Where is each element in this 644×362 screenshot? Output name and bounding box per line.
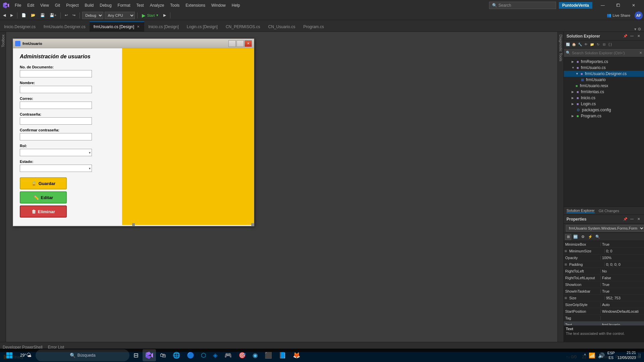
tree-packages[interactable]: ⚙ packages.config <box>564 107 644 113</box>
prop-type-selector[interactable]: frmUsuario System.Windows.Forms.Form <box>566 225 644 232</box>
taskbar-terminal[interactable]: ⬛ <box>262 349 275 361</box>
tree-frmreportes[interactable]: ▶ ■ frmReportes.cs <box>564 59 644 65</box>
form-close-btn[interactable]: ✕ <box>245 40 252 47</box>
prop-value[interactable]: 0; 0 <box>605 249 644 253</box>
taskbar-epic[interactable]: 🎯 <box>236 349 249 361</box>
sync-icon[interactable]: 🔄 <box>565 42 571 47</box>
prop-value[interactable]: True <box>601 289 644 293</box>
taskbar-browser2[interactable]: 🔵 <box>184 349 197 361</box>
menu-project[interactable]: Project <box>63 2 81 9</box>
input-nombre[interactable] <box>20 86 92 93</box>
tab-cn-permisos[interactable]: CN_PERMISOS.cs <box>222 21 264 32</box>
tab-login-design[interactable]: Login.cs [Design] <box>183 21 222 32</box>
tab-close-icon[interactable]: ✕ <box>136 24 140 29</box>
toolbar-redo[interactable]: ↪ <box>71 12 77 18</box>
tab-frmusuario-designer[interactable]: frmUsuario.Designer.cs <box>40 21 90 32</box>
minimize-panel-icon[interactable]: — <box>629 34 635 39</box>
tree-frmusuario-designer[interactable]: ▼ ■ frmUsuario.Designer.cs <box>564 71 644 77</box>
prop-events-icon[interactable]: ⚡ <box>587 234 593 240</box>
debug-config-select[interactable]: Debug <box>82 12 103 19</box>
minimize-button[interactable]: — <box>595 0 610 11</box>
prop-value[interactable]: 100% <box>601 256 644 260</box>
taskbar-vscode[interactable]: ◈ <box>210 349 220 361</box>
solution-search-input[interactable] <box>572 51 638 55</box>
input-contrasena[interactable] <box>20 117 92 125</box>
menu-tools[interactable]: Tools <box>167 2 182 9</box>
diagnostic-tools-label[interactable]: Diagnostic Tools <box>559 35 563 61</box>
prop-categorized-icon[interactable]: ⊞ <box>565 234 571 240</box>
solution-explorer-tab[interactable]: Solution Explorer <box>567 208 595 213</box>
menu-file[interactable]: File <box>12 2 24 9</box>
editar-button[interactable]: ✏️ Editar <box>20 191 67 203</box>
guardar-button[interactable]: 🔒 Guardar <box>20 177 67 189</box>
show-allfiles-icon[interactable]: 📁 <box>589 42 595 47</box>
lang-indicator[interactable]: ESP ES <box>607 351 615 360</box>
menu-build[interactable]: Build <box>82 2 97 9</box>
toolbar-forward[interactable]: ▶ <box>9 12 15 18</box>
resize-handle-bottom[interactable] <box>132 223 135 226</box>
input-confirmar[interactable] <box>20 133 92 140</box>
live-share-button[interactable]: 👥 Live Share <box>605 12 632 18</box>
menu-analyze[interactable]: Analyze <box>147 2 167 9</box>
menu-window[interactable]: Window <box>209 2 228 9</box>
prop-value[interactable]: True <box>601 242 644 246</box>
eliminar-button[interactable]: 🗑 Eliminar <box>20 205 67 218</box>
weather-widget[interactable]: 29° 🌤 <box>17 349 34 361</box>
close-button[interactable]: ✕ <box>626 0 641 11</box>
taskbar-app2[interactable]: ◉ <box>250 349 261 361</box>
start-button[interactable]: ▶ Start ▾ <box>140 12 160 19</box>
platform-select[interactable]: Any CPU <box>105 12 135 19</box>
tree-program[interactable]: ▶ ■ Program.cs <box>564 113 644 119</box>
input-documento[interactable] <box>20 70 92 77</box>
toolbox-label[interactable]: Toolbox <box>1 35 5 47</box>
tray-up-icon[interactable]: ^ <box>584 353 586 358</box>
task-view-button[interactable]: ⊟ <box>131 349 141 361</box>
taskbar-search[interactable]: 🔍 Búsqueda <box>36 349 129 361</box>
form-restore-btn[interactable]: ⧠ <box>236 40 244 47</box>
tree-login[interactable]: ▶ ■ Login.cs <box>564 101 644 107</box>
menu-view[interactable]: View <box>38 2 52 9</box>
menu-extensions[interactable]: Extensions <box>183 2 208 9</box>
filter-icon[interactable]: 🔧 <box>577 42 583 47</box>
toolbar-continue[interactable]: ▶ <box>162 12 168 18</box>
show-desktop-icon[interactable]: | <box>639 353 641 358</box>
tree-frmventas[interactable]: ▶ ■ frmVentas.cs <box>564 89 644 95</box>
prop-value[interactable]: 0; 0; 0; 0 <box>605 262 644 266</box>
tab-frmusuario-design[interactable]: frmUsuario.cs [Design] ✕ <box>90 21 144 32</box>
taskbar-app1[interactable]: ⬡ <box>198 349 209 361</box>
menu-edit[interactable]: Edit <box>24 2 37 9</box>
prop-value[interactable]: 952; 753 <box>605 296 644 300</box>
tab-cn-usuario[interactable]: CN_Usuario.cs <box>264 21 300 32</box>
taskbar-vs-app[interactable] <box>143 349 156 361</box>
minimize-prop-icon[interactable]: — <box>629 217 635 222</box>
solution-search-box[interactable]: 🔍 ✕ <box>564 49 644 57</box>
tab-inicio-designer[interactable]: Inicio.Designer.cs <box>0 21 40 32</box>
pin-prop-icon[interactable]: 📌 <box>623 217 628 222</box>
menu-test[interactable]: Test <box>134 2 147 9</box>
taskbar-game[interactable]: 🎮 <box>222 349 234 361</box>
prop-value[interactable]: True <box>601 283 644 287</box>
prop-search-icon[interactable]: 🔍 <box>595 234 601 240</box>
view-all-icon[interactable]: 👁 <box>583 42 589 47</box>
menu-git[interactable]: Git <box>52 2 63 9</box>
close-prop-icon[interactable]: ✕ <box>636 217 641 222</box>
refresh-icon[interactable]: ↻ <box>595 42 601 47</box>
git-changes-tab[interactable]: Git Changes <box>599 209 619 213</box>
prop-properties-icon[interactable]: ⚙ <box>580 234 586 240</box>
network-icon[interactable]: 📶 <box>589 352 595 359</box>
user-avatar[interactable]: AF <box>635 11 643 19</box>
collapse-all-icon[interactable]: ⊟ <box>601 42 607 47</box>
code-view-icon[interactable]: { } <box>607 42 613 47</box>
solution-search-close-icon[interactable]: ✕ <box>639 51 642 55</box>
home-icon[interactable]: 🏠 <box>571 42 577 47</box>
close-panel-icon[interactable]: ✕ <box>636 34 641 39</box>
prop-value[interactable]: False <box>601 276 644 280</box>
global-search-box[interactable]: 🔍 Search <box>489 2 556 9</box>
restore-button[interactable]: ⧠ <box>610 0 626 11</box>
taskbar-edge[interactable]: 🌐 <box>170 349 183 361</box>
select-estado[interactable] <box>20 165 92 172</box>
resize-handle-corner[interactable] <box>251 223 254 226</box>
toolbar-open[interactable]: 📂 <box>29 12 37 18</box>
tab-program[interactable]: Program.cs <box>299 21 328 32</box>
prop-alphabetical-icon[interactable]: 🔤 <box>573 234 579 240</box>
